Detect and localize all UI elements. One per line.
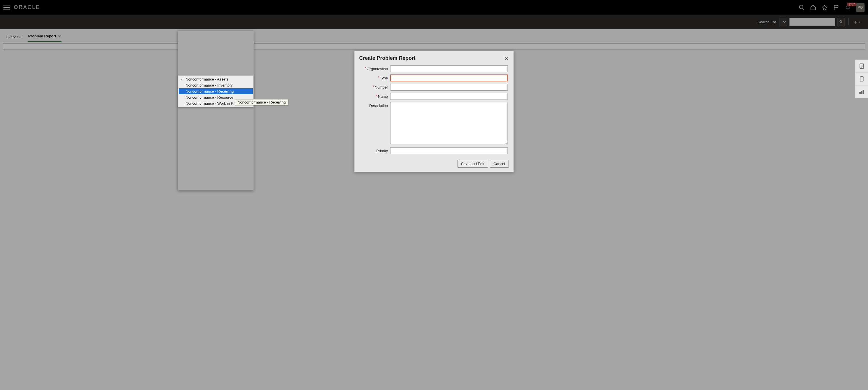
search-input[interactable] (789, 18, 835, 26)
tooltip: Nonconformance - Receiving (235, 99, 288, 105)
user-avatar[interactable]: PQ (856, 3, 865, 12)
toolbar-divider (848, 18, 849, 26)
content-thin-bar (3, 44, 865, 50)
rail-chart-icon[interactable] (855, 85, 868, 99)
svg-point-0 (799, 5, 803, 9)
label-number: *Number (361, 84, 390, 89)
create-problem-dialog: Create Problem Report ✕ *Organization *T… (354, 51, 514, 172)
name-input[interactable] (390, 93, 508, 100)
type-select[interactable] (390, 75, 508, 81)
type-option-receiving[interactable]: Nonconformance - Receiving (179, 88, 253, 94)
search-icon[interactable] (799, 4, 805, 11)
tab-strip: Overview Problem Report ✕ (0, 29, 868, 42)
organization-input[interactable] (390, 65, 508, 72)
menu-icon[interactable] (3, 5, 10, 10)
dropdown-shell (178, 31, 254, 190)
tab-problem-report-label: Problem Report (28, 34, 56, 38)
rail-clipboard-icon[interactable] (855, 73, 868, 85)
close-icon[interactable]: ✕ (58, 34, 61, 38)
topbar-left: ORACLE (3, 4, 40, 10)
row-organization: *Organization (361, 65, 508, 72)
svg-line-3 (841, 22, 842, 23)
search-for-label: Search For (758, 20, 776, 24)
row-type: *Type (361, 75, 508, 81)
notification-badge: 1787 (847, 3, 856, 6)
type-option-inventory[interactable]: Nonconformance - Inventory (179, 82, 253, 88)
dialog-close-button[interactable]: ✕ (504, 56, 509, 61)
type-option-assets[interactable]: Nonconformance - Assets (179, 76, 253, 82)
row-priority: Priority (361, 147, 508, 154)
label-type: *Type (361, 75, 390, 80)
search-band: Search For ＋ ▾ (0, 15, 868, 29)
right-rail (855, 59, 868, 99)
dialog-header: Create Problem Report ✕ (358, 55, 511, 63)
svg-rect-8 (860, 77, 863, 81)
dialog-title: Create Problem Report (359, 55, 415, 61)
create-plus-button[interactable]: ＋ ▾ (853, 18, 861, 26)
number-input[interactable] (390, 84, 508, 91)
star-icon[interactable] (822, 4, 828, 11)
top-bar: ORACLE 1787 PQ (0, 0, 868, 15)
search-go-button[interactable] (838, 18, 844, 26)
label-name: *Name (361, 93, 390, 99)
flag-icon[interactable] (833, 4, 839, 11)
search-scope-select[interactable] (779, 18, 787, 26)
row-number: *Number (361, 84, 508, 91)
description-textarea[interactable] (390, 102, 508, 144)
rail-document-icon[interactable] (855, 59, 868, 73)
svg-rect-9 (861, 76, 863, 77)
save-and-edit-button[interactable]: Save and Edit (457, 160, 488, 168)
chevron-down-icon: ▾ (859, 21, 861, 24)
tab-problem-report[interactable]: Problem Report ✕ (28, 30, 61, 42)
dialog-body: Create Problem Report ✕ *Organization *T… (354, 51, 514, 172)
label-priority: Priority (361, 147, 390, 153)
svg-line-1 (803, 8, 804, 10)
svg-rect-11 (861, 91, 862, 94)
bell-icon[interactable]: 1787 (844, 4, 851, 11)
dialog-form: *Organization *Type *Number *Name Descri… (358, 63, 511, 157)
row-name: *Name (361, 93, 508, 100)
plus-icon: ＋ (853, 18, 859, 26)
label-description: Description (361, 102, 390, 108)
priority-input[interactable] (390, 147, 508, 154)
tab-overview-label: Overview (6, 35, 21, 39)
cancel-button[interactable]: Cancel (490, 160, 509, 168)
row-description: Description (361, 102, 508, 145)
brand-logo: ORACLE (14, 4, 40, 10)
svg-rect-10 (860, 92, 861, 94)
tab-overview[interactable]: Overview (5, 31, 22, 42)
label-organization: *Organization (361, 65, 390, 71)
home-icon[interactable] (810, 4, 816, 11)
topbar-right: 1787 PQ (799, 3, 865, 12)
svg-rect-12 (863, 90, 864, 94)
dialog-buttons: Save and Edit Cancel (358, 157, 511, 168)
